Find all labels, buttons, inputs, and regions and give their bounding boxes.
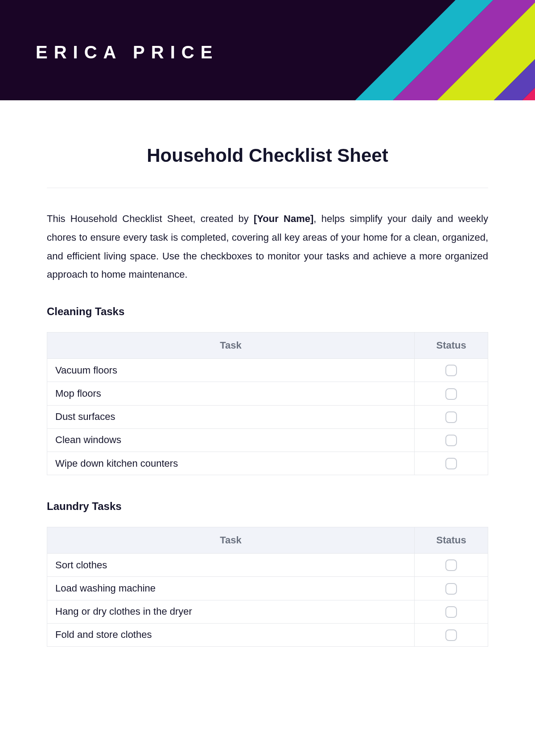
checkbox[interactable] — [445, 435, 457, 446]
checkbox[interactable] — [445, 606, 457, 618]
document-header: ERICA PRICE — [0, 0, 535, 100]
task-label: Sort clothes — [47, 554, 415, 577]
column-header-task: Task — [47, 527, 415, 554]
task-label: Wipe down kitchen counters — [47, 452, 415, 475]
table-row: Load washing machine — [47, 577, 488, 600]
status-cell — [415, 600, 488, 623]
checkbox[interactable] — [445, 388, 457, 400]
checkbox[interactable] — [445, 583, 457, 595]
section-heading: Cleaning Tasks — [47, 305, 488, 318]
page-title: Household Checklist Sheet — [47, 145, 488, 166]
task-label: Clean windows — [47, 428, 415, 452]
status-cell — [415, 428, 488, 452]
column-header-task: Task — [47, 333, 415, 359]
table-row: Sort clothes — [47, 554, 488, 577]
laundry-table: Task Status Sort clothes Load washing ma… — [47, 527, 488, 647]
table-row: Wipe down kitchen counters — [47, 452, 488, 475]
intro-prefix: This Household Checklist Sheet, created … — [47, 213, 254, 224]
title-divider — [47, 188, 488, 188]
task-label: Mop floors — [47, 382, 415, 405]
section-laundry: Laundry Tasks Task Status Sort clothes L… — [47, 500, 488, 647]
status-cell — [415, 623, 488, 646]
intro-placeholder: [Your Name] — [254, 213, 313, 224]
status-cell — [415, 359, 488, 382]
table-row: Hang or dry clothes in the dryer — [47, 600, 488, 623]
table-row: Fold and store clothes — [47, 623, 488, 646]
checkbox[interactable] — [445, 411, 457, 423]
column-header-status: Status — [415, 527, 488, 554]
status-cell — [415, 577, 488, 600]
task-label: Dust surfaces — [47, 405, 415, 428]
task-label: Fold and store clothes — [47, 623, 415, 646]
status-cell — [415, 452, 488, 475]
column-header-status: Status — [415, 333, 488, 359]
task-label: Hang or dry clothes in the dryer — [47, 600, 415, 623]
checkbox[interactable] — [445, 458, 457, 469]
author-name: ERICA PRICE — [36, 42, 218, 62]
intro-paragraph: This Household Checklist Sheet, created … — [47, 210, 488, 284]
table-row: Dust surfaces — [47, 405, 488, 428]
table-header-row: Task Status — [47, 333, 488, 359]
table-row: Mop floors — [47, 382, 488, 405]
checkbox[interactable] — [445, 629, 457, 641]
task-label: Vacuum floors — [47, 359, 415, 382]
status-cell — [415, 382, 488, 405]
checkbox[interactable] — [445, 365, 457, 376]
status-cell — [415, 405, 488, 428]
cleaning-table: Task Status Vacuum floors Mop floors Dus… — [47, 332, 488, 475]
table-row: Clean windows — [47, 428, 488, 452]
section-heading: Laundry Tasks — [47, 500, 488, 513]
task-label: Load washing machine — [47, 577, 415, 600]
status-cell — [415, 554, 488, 577]
checkbox[interactable] — [445, 559, 457, 571]
table-row: Vacuum floors — [47, 359, 488, 382]
table-header-row: Task Status — [47, 527, 488, 554]
document-body: Household Checklist Sheet This Household… — [0, 100, 535, 647]
section-cleaning: Cleaning Tasks Task Status Vacuum floors… — [47, 305, 488, 475]
